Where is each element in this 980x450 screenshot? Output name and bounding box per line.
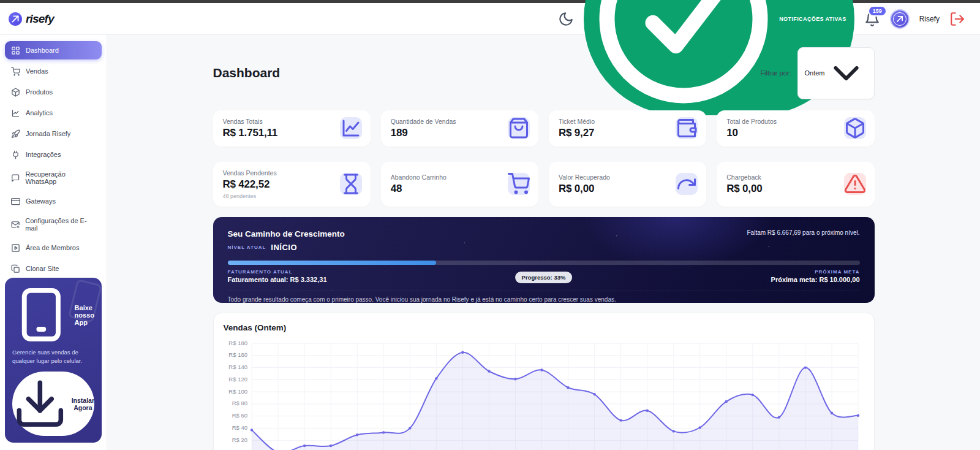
app-download-card: Baixe nosso App Gerencie suas vendas de … — [5, 278, 102, 443]
app-card-text: Gerencie suas vendas de qualquer lugar p… — [12, 348, 94, 366]
sidebar-item-label: Configurações de E-mail — [25, 217, 96, 232]
sidebar-item-configuracoes-email[interactable]: Configurações de E-mail — [5, 213, 102, 236]
svg-text:R$ 40: R$ 40 — [232, 424, 247, 431]
chat-icon — [11, 174, 20, 183]
sales-chart-card: Vendas (Ontem) R$ 0R$ 20R$ 40R$ 60R$ 80R… — [213, 313, 875, 450]
play-square-icon — [11, 243, 20, 253]
plug-icon — [11, 150, 20, 159]
avatar-arrow-icon — [893, 12, 907, 26]
level-value: INÍCIO — [271, 243, 297, 252]
sidebar-item-analytics[interactable]: Analytics — [5, 104, 102, 122]
sidebar-item-label: Analytics — [26, 109, 53, 116]
mail-plus-icon — [11, 220, 20, 229]
progress-badge: Progresso: 33% — [515, 272, 573, 283]
sidebar-item-label: Integrações — [26, 151, 61, 158]
logo-text: risefy — [26, 12, 54, 26]
stat-card: Quantidade de Vendas 189 — [381, 110, 538, 147]
app-logo[interactable]: risefy — [9, 12, 54, 26]
warning-icon — [844, 173, 866, 195]
filter-select[interactable]: Ontem — [797, 47, 875, 99]
main-content: Dashboard Filtrar por: Ontem Vendas Tota… — [107, 35, 980, 450]
account-name: Risefy — [919, 15, 940, 23]
sidebar-item-label: Dashboard — [26, 47, 59, 54]
svg-text:R$ 180: R$ 180 — [228, 340, 247, 346]
growth-progress-track — [228, 261, 860, 265]
sidebar-item-label: Área de Membros — [26, 244, 79, 251]
filter-label: Filtrar por: — [760, 69, 791, 77]
user-avatar[interactable] — [890, 9, 910, 29]
phone-icon — [12, 286, 70, 344]
stat-card: Vendas Pendentes R$ 422,52 48 pendentes — [213, 162, 371, 207]
svg-text:R$ 160: R$ 160 — [228, 351, 247, 358]
stats-grid: Vendas Totais R$ 1.751,11 Quantidade de … — [213, 110, 875, 207]
sidebar-item-label: Gateways — [26, 197, 56, 205]
stat-card: Valor Recuperado R$ 0,00 — [549, 162, 706, 207]
svg-text:R$ 80: R$ 80 — [232, 400, 247, 406]
stat-card: Total de Produtos 10 — [717, 110, 874, 147]
sidebar-item-label: Vendas — [26, 67, 48, 75]
analytics-icon — [11, 109, 20, 118]
sidebar-nav: Dashboard Vendas Produtos Analytics Jorn… — [0, 41, 107, 278]
sidebar-item-label: Clonar Site — [26, 265, 59, 272]
progress-fill — [228, 261, 437, 265]
level-label: NÍVEL ATUAL — [228, 245, 266, 250]
sidebar-item-clonar-site[interactable]: Clonar Site — [5, 259, 102, 278]
logo-icon — [9, 12, 22, 26]
svg-text:R$ 100: R$ 100 — [228, 388, 247, 395]
credit-card-icon — [11, 197, 20, 206]
sidebar-item-label: Produtos — [26, 88, 53, 96]
redo-icon — [676, 173, 698, 195]
sidebar-item-integracoes[interactable]: Integrações — [5, 145, 102, 164]
current-revenue-value: Faturamento atual: R$ 3.332,31 — [228, 276, 327, 283]
logout-button[interactable] — [949, 11, 965, 27]
app-header: risefy NOTIFICAÇÕES ATIVAS 159 Risefy — [0, 3, 980, 35]
package-icon — [844, 117, 866, 139]
rocket-icon — [11, 129, 20, 139]
sales-chart: R$ 0R$ 20R$ 40R$ 60R$ 80R$ 100R$ 120R$ 1… — [224, 338, 864, 450]
chevron-down-icon — [825, 52, 867, 94]
notifications-active-label: NOTIFICAÇÕES ATIVAS — [779, 16, 846, 22]
svg-text:R$ 120: R$ 120 — [228, 376, 247, 383]
growth-message: Todo grande resultado começa com o prime… — [228, 291, 860, 303]
stat-card: Chargeback R$ 0,00 — [717, 162, 874, 207]
svg-text:R$ 60: R$ 60 — [232, 412, 247, 419]
install-app-label: Instalar Agora — [72, 397, 94, 411]
package-icon — [11, 88, 20, 97]
dark-mode-toggle[interactable] — [558, 11, 574, 27]
current-revenue-label: FATURAMENTO ATUAL — [228, 269, 327, 275]
sidebar-item-produtos[interactable]: Produtos — [5, 83, 102, 101]
sidebar-item-dashboard[interactable]: Dashboard — [5, 41, 102, 59]
growth-title: Seu Caminho de Crescimento — [228, 229, 345, 238]
sales-chart-title: Vendas (Ontem) — [224, 323, 864, 332]
sales-line-chart-svg: R$ 0R$ 20R$ 40R$ 60R$ 80R$ 100R$ 120R$ 1… — [224, 338, 865, 450]
stat-card: Abandono Carrinho 48 — [381, 162, 538, 207]
cart-icon — [508, 173, 530, 195]
cart-icon — [11, 67, 20, 76]
sidebar-item-jornada-risefy[interactable]: Jornada Risefy — [5, 124, 102, 143]
page-title: Dashboard — [213, 66, 281, 80]
sidebar-item-recuperacao-whatsapp[interactable]: Recuperação WhatsApp — [5, 166, 102, 189]
grid-icon — [11, 46, 20, 55]
install-app-button[interactable]: Instalar Agora — [12, 372, 94, 436]
stat-card: Ticket Médio R$ 9,27 — [549, 110, 706, 147]
svg-text:R$ 140: R$ 140 — [228, 364, 247, 370]
download-icon — [12, 376, 68, 432]
svg-text:R$ 20: R$ 20 — [232, 437, 247, 443]
filter-selected-value: Ontem — [805, 69, 825, 77]
bag-icon — [508, 117, 530, 139]
growth-banner: Seu Caminho de Crescimento NÍVEL ATUAL I… — [213, 217, 875, 303]
remaining-to-next-level: Faltam R$ 6.667,69 para o próximo nível. — [747, 229, 860, 236]
sidebar-item-label: Jornada Risefy — [26, 130, 70, 137]
notification-count-badge: 159 — [868, 6, 887, 17]
stat-card: Vendas Totais R$ 1.751,11 — [213, 110, 371, 147]
next-goal-label: PRÓXIMA META — [771, 269, 860, 275]
hourglass-icon — [340, 173, 362, 195]
sidebar-item-gateways[interactable]: Gateways — [5, 192, 102, 210]
sidebar-item-area-membros[interactable]: Área de Membros — [5, 238, 102, 257]
wallet-icon — [676, 117, 698, 139]
chart-line-icon — [340, 117, 362, 139]
clone-icon — [11, 264, 20, 273]
next-goal-value: Próxima meta: R$ 10.000,00 — [771, 276, 860, 283]
sidebar-item-vendas[interactable]: Vendas — [5, 62, 102, 80]
sidebar-item-label: Recuperação WhatsApp — [25, 170, 96, 185]
